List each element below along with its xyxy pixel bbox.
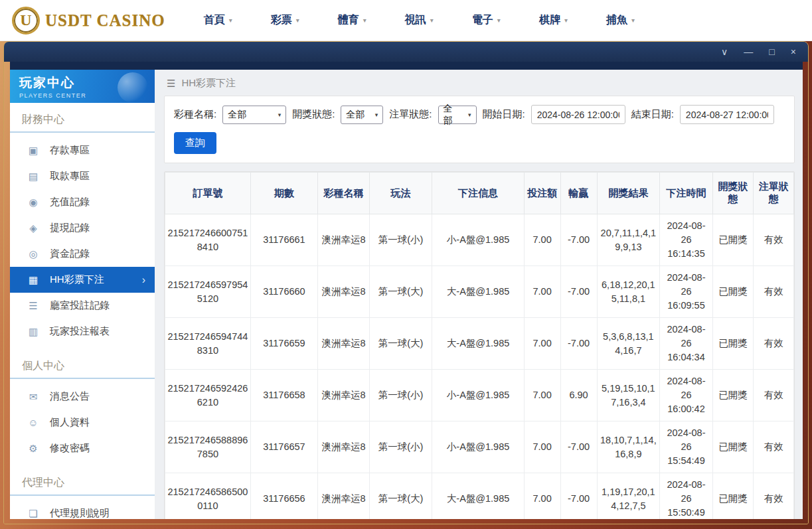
col-result: 開獎結果 [597,173,660,214]
lottery-name-select[interactable]: 全部 ▾ [222,106,286,124]
finance-menu: ▣ 存款專區 ▤ 取款專區 ◉ 充值記錄 ◈ 提 [10,133,155,349]
sidebar-item-label: 個人資料 [50,416,90,429]
cell-play: 第一球(小) [369,421,432,473]
site-top-strip [10,62,803,70]
top-navbar: U USDT CASINO 首頁 ▾ 彩票 ▾ 體育 ▾ 視訊 ▾ 電子 ▾ 棋… [0,0,812,41]
cell-play: 第一球(大) [369,473,432,519]
section-title-finance: 財務中心 [10,103,155,133]
sidebar: 玩家中心 PLAYERS CENTER 財務中心 ▣ 存款專區 ▤ 取款專區 [10,70,155,519]
nav-item-cards[interactable]: 棋牌 ▾ [539,13,568,27]
cell-bet-info: 大-A盤@1.985 [432,318,524,370]
nav-item-label: 體育 [338,13,359,27]
cell-time: 2024-08-26 16:04:34 [660,318,713,370]
table-row: 2152172465947448310 31176659 澳洲幸运8 第一球(大… [165,318,794,370]
cell-time: 2024-08-26 16:00:42 [660,370,713,421]
cell-win: -7.00 [560,318,597,370]
nav-item-video[interactable]: 視訊 ▾ [405,13,434,27]
collapse-icon[interactable]: ∨ [721,47,728,56]
nav-item-home[interactable]: 首頁 ▾ [204,13,232,27]
draw-status-select[interactable]: 全部 ▾ [341,106,383,124]
cell-lottery: 澳洲幸运8 [318,370,370,421]
col-amount: 投注額 [524,173,560,214]
hamburger-icon[interactable]: ☰ [167,78,175,90]
cell-amount: 7.00 [524,421,560,473]
cell-amount: 7.00 [524,318,560,370]
sidebar-item-announcements[interactable]: ✉ 消息公告 [10,384,155,410]
chevron-down-icon: ▾ [631,17,635,24]
search-button[interactable]: 查詢 [174,132,216,154]
minimize-icon[interactable]: — [744,47,753,56]
col-draw-status: 開獎狀態 [712,173,754,214]
change-password-icon: ⚙ [27,443,39,455]
logo[interactable]: U USDT CASINO [12,7,165,35]
sidebar-item-hh-lottery-bets[interactable]: ▦ HH彩票下注 › [10,267,155,293]
cell-order-status: 有效 [754,473,794,519]
nav-item-label: 視訊 [405,13,426,27]
cell-lottery: 澳洲幸运8 [318,266,370,318]
bets-table-panel: 訂單號 期數 彩種名稱 玩法 下注信息 投注額 輸贏 開獎結果 下注時間 開 [164,171,795,519]
window-titlebar: ∨ — □ × [4,42,808,62]
nav-item-label: 棋牌 [539,13,560,27]
player-bet-report-icon: ▥ [27,326,39,338]
cell-win: -7.00 [560,266,597,318]
sidebar-item-player-bet-report[interactable]: ▥ 玩家投注報表 [10,319,155,344]
section-title-agent: 代理中心 [10,466,155,496]
sidebar-item-label: 取款專區 [50,170,90,183]
table-row: 2152172465979545120 31176660 澳洲幸运8 第一球(大… [165,266,794,318]
chevron-down-icon: ▾ [468,112,471,118]
sidebar-item-recharge-record[interactable]: ◉ 充值記錄 [10,189,155,215]
cell-order-id: 2152172465924266210 [165,370,251,421]
cell-play: 第一球(大) [369,266,432,318]
table-row: 2152172465865000110 31176656 澳洲幸运8 第一球(大… [165,473,794,519]
sidebar-item-label: HH彩票下注 [50,273,104,286]
cell-order-id: 2152172465979545120 [165,266,251,318]
end-date-input[interactable] [680,105,774,124]
sidebar-item-deposit[interactable]: ▣ 存款專區 [10,137,155,163]
lottery-name-label: 彩種名稱: [174,108,216,121]
filter-panel: 彩種名稱: 全部 ▾ 開獎狀態: 全部 ▾ 注單狀態: [164,96,795,163]
nav-item-sports[interactable]: 體育 ▾ [338,13,366,27]
recharge-record-icon: ◉ [27,196,39,208]
chevron-right-icon: › [142,274,145,286]
sidebar-item-change-password[interactable]: ⚙ 修改密碼 [10,435,155,461]
maximize-icon[interactable]: □ [769,47,774,56]
withdraw-icon: ▤ [27,171,39,183]
announcements-icon: ✉ [27,391,39,403]
table-row: 2152172466007518410 31176661 澳洲幸运8 第一球(小… [165,214,794,266]
draw-status-value: 全部 [346,109,365,121]
cell-bet-info: 大-A盤@1.985 [432,266,524,318]
nav-item-label: 首頁 [204,13,225,27]
logo-text: USDT CASINO [45,11,165,30]
cell-period: 31176660 [250,266,317,318]
nav-item-lottery[interactable]: 彩票 ▾ [271,13,299,27]
col-play: 玩法 [369,173,432,214]
sidebar-item-withdrawal-record[interactable]: ◈ 提現記錄 [10,215,155,241]
sidebar-item-agent-rules[interactable]: ❏ 代理規則說明 [10,500,155,519]
funds-record-icon: ◎ [27,248,39,260]
players-center-title: 玩家中心 [19,74,145,92]
start-date-input[interactable] [531,105,625,124]
sidebar-item-profile[interactable]: ☺ 個人資料 [10,410,155,435]
sidebar-item-funds-record[interactable]: ◎ 資金記錄 [10,241,155,267]
bets-table: 訂單號 期數 彩種名稱 玩法 下注信息 投注額 輸贏 開獎結果 下注時間 開 [165,172,794,519]
nav-item-slots[interactable]: 電子 ▾ [472,13,501,27]
chevron-down-icon: ▾ [430,17,434,24]
cell-bet-info: 小-A盤@1.985 [432,214,524,266]
order-status-select[interactable]: 全部 ▾ [438,106,477,124]
nav-item-fishing[interactable]: 捕魚 ▾ [606,13,635,27]
col-order-id: 訂單號 [165,173,251,214]
cell-win: -7.00 [560,421,597,473]
sidebar-item-room-bet-records[interactable]: ☰ 廳室投註記錄 [10,293,155,319]
cell-play: 第一球(小) [369,370,432,421]
col-period: 期數 [250,173,317,214]
close-icon[interactable]: × [791,47,796,56]
agent-menu: ❏ 代理規則說明 [10,496,155,519]
cell-time: 2024-08-26 15:54:49 [660,421,713,473]
table-row: 2152172465888967850 31176657 澳洲幸运8 第一球(小… [165,421,794,473]
sidebar-item-label: 資金記錄 [50,248,90,260]
cell-draw-status: 已開獎 [712,421,754,473]
sidebar-item-label: 修改密碼 [50,442,90,455]
cell-period: 31176656 [250,473,317,519]
sidebar-item-withdraw[interactable]: ▤ 取款專區 [10,163,155,189]
chevron-down-icon: ▾ [497,17,501,24]
